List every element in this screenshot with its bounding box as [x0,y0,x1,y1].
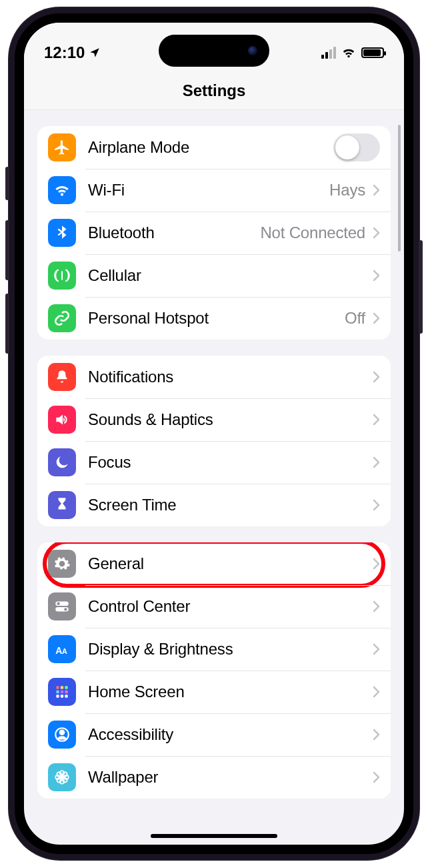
row-homescreen[interactable]: Home Screen [37,671,391,713]
chevron-right-icon [372,499,380,511]
chevron-right-icon [372,643,380,655]
front-camera-icon [248,46,257,55]
row-label: Sounds & Haptics [88,410,372,429]
row-screentime[interactable]: Screen Time [37,484,391,526]
row-wifi[interactable]: Wi-FiHays [37,169,391,211]
chevron-right-icon [372,456,380,468]
row-label: Wallpaper [88,768,372,787]
chevron-right-icon [372,414,380,426]
settings-group: NotificationsSounds & HapticsFocusScreen… [37,356,391,526]
row-sounds[interactable]: Sounds & Haptics [37,398,391,441]
row-cellular[interactable]: Cellular [37,254,391,297]
volume-up-button [5,220,9,280]
chevron-right-icon [372,600,380,612]
svg-text:A: A [55,645,62,656]
page-title: Settings [24,76,404,110]
chevron-right-icon [372,184,380,196]
home-indicator[interactable] [151,834,277,838]
scroll-indicator[interactable] [398,125,401,252]
hourglass-icon [48,491,76,519]
row-label: Control Center [88,597,372,616]
cellular-signal-icon [321,47,336,59]
svg-rect-13 [56,695,59,697]
row-label: Bluetooth [88,224,260,242]
chevron-right-icon [372,558,380,570]
svg-rect-14 [61,695,63,697]
person-icon [48,721,76,749]
row-value: Hays [329,181,365,199]
bluetooth-icon [48,219,76,247]
row-controlcenter[interactable]: Control Center [37,585,391,628]
row-notifications[interactable]: Notifications [37,356,391,398]
row-accessibility[interactable]: Accessibility [37,713,391,756]
speaker-icon [48,406,76,434]
mute-switch [5,167,9,200]
grid-icon [48,678,76,706]
power-button [419,240,423,334]
dynamic-island [159,35,269,67]
svg-rect-7 [56,686,59,689]
settings-list[interactable]: Airplane ModeWi-FiHaysBluetoothNot Conne… [24,110,404,821]
row-display[interactable]: AADisplay & Brightness [37,628,391,671]
svg-rect-8 [61,686,63,689]
airplane-icon [48,133,76,161]
wifi-icon [341,45,356,60]
chevron-right-icon [372,771,380,783]
chevron-right-icon [372,371,380,383]
location-icon [89,47,101,59]
row-label: Wi-Fi [88,181,329,199]
link-icon [48,304,76,332]
row-hotspot[interactable]: Personal HotspotOff [37,297,391,340]
aa-icon: AA [48,635,76,663]
moon-icon [48,448,76,476]
row-label: Airplane Mode [88,138,333,157]
row-label: Accessibility [88,725,372,744]
settings-group: GeneralControl CenterAADisplay & Brightn… [37,542,391,799]
phone-frame: 12:10 Settings Airplane ModeWi-FiHaysBlu… [8,7,420,861]
status-time: 12:10 [44,43,85,62]
svg-rect-15 [65,695,67,697]
row-general[interactable]: General [37,542,391,585]
row-value: Not Connected [260,224,365,242]
chevron-right-icon [372,312,380,324]
gear-icon [48,550,76,578]
screen: 12:10 Settings Airplane ModeWi-FiHaysBlu… [15,13,413,854]
airplane-switch[interactable] [333,133,380,161]
svg-rect-12 [65,691,67,693]
flower-icon [48,763,76,791]
row-value: Off [345,309,365,328]
toggles-icon [48,592,76,620]
chevron-right-icon [372,270,380,282]
row-label: Cellular [88,266,372,285]
row-bluetooth[interactable]: BluetoothNot Connected [37,211,391,254]
row-airplane[interactable]: Airplane Mode [37,126,391,169]
svg-rect-11 [61,691,63,693]
battery-icon [361,47,384,58]
cellular-icon [48,262,76,290]
svg-point-17 [60,731,65,735]
svg-rect-9 [65,686,67,689]
chevron-right-icon [372,227,380,239]
svg-text:A: A [62,647,67,655]
row-focus[interactable]: Focus [37,441,391,484]
svg-rect-10 [56,691,59,693]
volume-down-button [5,294,9,354]
row-label: Notifications [88,368,372,386]
chevron-right-icon [372,686,380,698]
row-label: Focus [88,453,372,472]
row-label: Screen Time [88,496,372,514]
svg-point-3 [64,608,67,610]
row-label: General [88,554,372,573]
bell-icon [48,363,76,391]
row-label: Home Screen [88,683,372,701]
chevron-right-icon [372,729,380,741]
svg-point-2 [57,602,59,605]
settings-group: Airplane ModeWi-FiHaysBluetoothNot Conne… [37,126,391,340]
row-wallpaper[interactable]: Wallpaper [37,756,391,799]
wifi-icon [48,176,76,204]
row-label: Personal Hotspot [88,309,345,328]
row-label: Display & Brightness [88,640,372,659]
